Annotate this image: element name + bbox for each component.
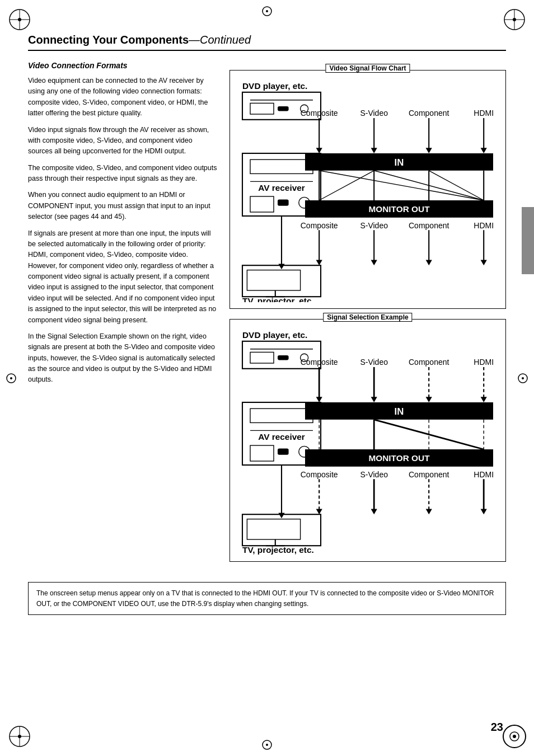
svg-rect-101	[247, 519, 300, 539]
right-column: Video Signal Flow Chart DVD player, etc.…	[229, 61, 506, 572]
mid-right-marker	[516, 372, 530, 385]
d2-component-bot: Component	[409, 470, 449, 479]
svg-marker-55	[371, 260, 377, 265]
svg-marker-74	[371, 397, 377, 402]
d2-composite-bot: Composite	[301, 470, 338, 479]
d1-dvd-label: DVD player, etc.	[242, 81, 307, 91]
section-title: Video Connection Formats	[28, 61, 218, 70]
corner-decoration-br	[500, 722, 528, 750]
svg-line-44	[319, 171, 374, 200]
svg-marker-31	[371, 148, 377, 153]
svg-marker-57	[426, 260, 432, 265]
d2-component-top: Component	[409, 358, 449, 367]
left-column: Video Connection Formats Video equipment…	[28, 61, 218, 572]
paragraph-6: In the Signal Selection Example shown on…	[28, 331, 218, 386]
d1-monitor-out-label: MONITOR OUT	[368, 204, 430, 214]
d2-dvd-label: DVD player, etc.	[242, 330, 307, 340]
svg-point-20	[10, 377, 12, 379]
d1-composite-bot: Composite	[301, 221, 338, 230]
paragraph-5: If signals are present at more than one …	[28, 228, 218, 326]
mid-left-marker	[4, 372, 18, 385]
svg-marker-59	[481, 260, 487, 265]
svg-rect-38	[250, 159, 313, 173]
note-text: The onscreen setup menus appear only on …	[36, 589, 494, 608]
svg-marker-29	[316, 148, 322, 153]
corner-decoration-tl	[6, 6, 34, 34]
svg-marker-65	[278, 264, 284, 269]
paragraph-2: Video input signals flow through the AV …	[28, 125, 218, 157]
svg-rect-84	[278, 449, 289, 455]
paragraph-1: Video equipment can be connected to the …	[28, 76, 218, 119]
svg-rect-69	[278, 355, 289, 360]
svg-marker-35	[481, 148, 487, 153]
svg-marker-93	[316, 509, 322, 514]
d1-tv-label: TV, projector, etc.	[242, 296, 314, 302]
svg-marker-105	[278, 513, 284, 518]
d2-svideo-top: S-Video	[360, 358, 388, 367]
page-header: Connecting Your Components—Continued	[28, 34, 506, 51]
d1-composite-top: Composite	[301, 109, 338, 118]
svg-rect-40	[250, 196, 274, 212]
svg-line-49	[429, 171, 484, 200]
svg-rect-41	[278, 200, 289, 206]
svg-marker-97	[426, 509, 432, 514]
svg-marker-72	[316, 397, 322, 402]
svg-marker-33	[426, 148, 432, 153]
diagram-1-svg: DVD player, etc. Composite S-Video Compo…	[235, 75, 501, 302]
d2-tv-label: TV, projector, etc.	[242, 545, 314, 555]
side-tab	[522, 207, 534, 274]
d1-hdmi-bot: HDMI	[474, 221, 494, 230]
diagram-2-title: Signal Selection Example	[323, 313, 412, 322]
d2-hdmi-top: HDMI	[474, 358, 494, 367]
mid-bottom-marker	[260, 738, 274, 752]
svg-marker-99	[481, 509, 487, 514]
page-title: Connecting Your Components—Continued	[28, 34, 251, 46]
note-box: The onscreen setup menus appear only on …	[28, 582, 506, 615]
svg-point-14	[513, 735, 516, 738]
diagram-2-box: Signal Selection Example DVD player, etc…	[229, 319, 506, 562]
svg-marker-53	[316, 260, 322, 265]
page-number: 23	[491, 721, 503, 734]
d1-in-label: IN	[395, 157, 404, 168]
d2-monitor-out-label: MONITOR OUT	[368, 453, 430, 463]
d1-component-bot: Component	[409, 221, 449, 230]
svg-rect-68	[250, 352, 274, 363]
diagram-2-svg: DVD player, etc. Composite S-Video Compo…	[235, 324, 501, 555]
d1-svideo-bot: S-Video	[360, 221, 388, 230]
d1-component-top: Component	[409, 109, 449, 118]
svg-line-47	[319, 171, 484, 200]
d1-av-label: AV receiver	[258, 183, 305, 192]
svg-marker-78	[481, 397, 487, 402]
svg-point-22	[522, 377, 524, 379]
mid-top-marker	[260, 4, 274, 18]
corner-decoration-tr	[500, 6, 528, 34]
svg-rect-83	[250, 445, 274, 461]
svg-marker-95	[371, 509, 377, 514]
svg-rect-25	[250, 103, 274, 114]
svg-rect-26	[278, 106, 289, 111]
svg-rect-81	[250, 408, 313, 422]
diagram-1-title: Video Signal Flow Chart	[325, 64, 410, 73]
corner-decoration-bl	[6, 722, 34, 750]
d2-hdmi-bot: HDMI	[474, 470, 494, 479]
paragraph-4: When you connect audio equipment to an H…	[28, 190, 218, 222]
svg-point-18	[266, 744, 268, 746]
main-layout: Video Connection Formats Video equipment…	[28, 61, 506, 572]
d1-hdmi-top: HDMI	[474, 109, 494, 118]
diagram-1-box: Video Signal Flow Chart DVD player, etc.…	[229, 70, 506, 309]
d2-av-label: AV receiver	[258, 432, 305, 442]
svg-line-88	[374, 420, 484, 449]
d1-svideo-top: S-Video	[360, 109, 388, 118]
svg-point-16	[266, 10, 268, 12]
d2-composite-top: Composite	[301, 358, 338, 367]
svg-marker-76	[426, 397, 432, 402]
d2-svideo-bot: S-Video	[360, 470, 388, 479]
svg-rect-61	[247, 270, 300, 290]
d2-in-label: IN	[395, 406, 404, 417]
paragraph-3: The composite video, S-Video, and compon…	[28, 163, 218, 185]
